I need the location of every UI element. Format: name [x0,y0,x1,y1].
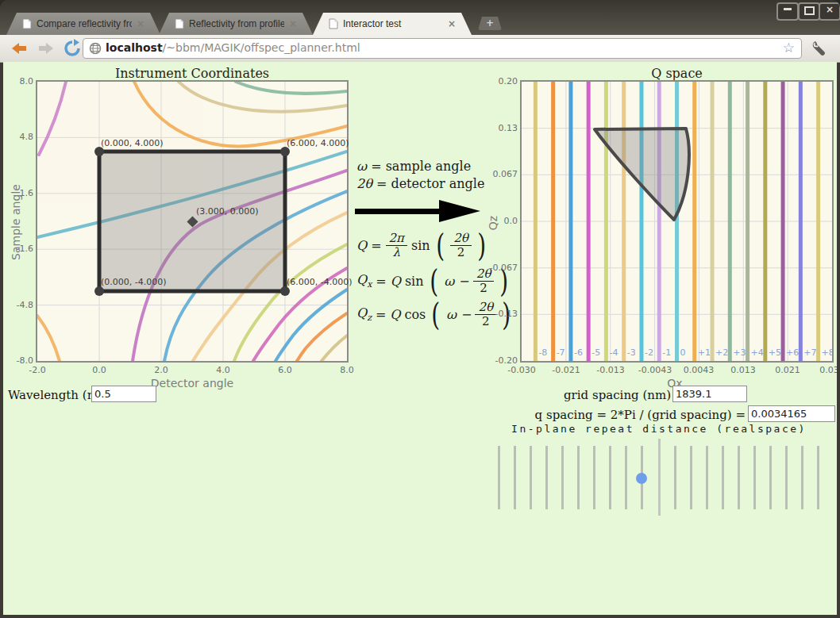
y-tick: -0.13 [482,309,518,319]
titlebar: × Compare reflectivity from × Reflectivi… [0,0,840,35]
grid-order-label: -8 [538,347,547,358]
corner-annotation: (0.000, 4.000) [101,138,164,148]
grid-spacing-label: grid spacing (nm) [480,388,671,402]
slider-tick [609,446,611,509]
center-annotation: (3.000, 0.000) [196,206,259,217]
grid-order-label: +8 [822,347,832,358]
q-spacing-input[interactable] [748,405,835,422]
slider-handle[interactable] [636,473,647,484]
y-axis-label: Qz [487,175,499,271]
x-tick: 0.030 [811,365,837,375]
slider-tick [706,446,708,509]
close-icon[interactable]: × [819,2,840,21]
page-icon [22,18,32,29]
repeat-distance-slider[interactable] [491,435,837,518]
x-tick: 0.0 [83,365,115,375]
q-space-canvas: -8-7-6-5-4-3-2-10+1+2+3+4+5+6+7+8 [522,82,832,361]
slider-tick [722,446,724,509]
globe-icon [89,42,102,55]
x-tick: 0.021 [767,365,808,375]
reload-icon[interactable] [62,39,83,58]
x-tick: 0.013 [722,365,764,375]
x-tick: -2.0 [21,365,53,375]
x-tick: 2.0 [145,365,177,375]
slider-tick [625,446,627,509]
page-content: Instrument Coordinates [3,62,837,615]
y-tick: 8.0 [10,76,33,86]
maximize-icon[interactable] [798,2,820,21]
tab-interactor-test[interactable]: Interactor test × [313,13,472,35]
instrument-plot-canvas [37,82,347,361]
new-tab-button[interactable]: + [478,17,502,30]
wrench-icon[interactable] [811,40,829,57]
tab-label: Reflectivity from profile [189,18,284,29]
url-bar[interactable]: localhost/~bbm/MAGIK/offspec_planner.htm… [83,38,802,59]
slider-tick [690,446,692,509]
grid-order-label: +5 [769,347,781,358]
y-tick: 0.13 [482,123,518,133]
grid-order-label: +3 [733,347,746,358]
back-icon[interactable] [10,39,30,58]
wavelength-input[interactable] [91,386,156,402]
slider-tick [593,446,595,509]
forward-icon[interactable] [35,39,56,58]
y-tick: -4.8 [10,300,33,310]
x-tick: 6.0 [269,365,301,375]
x-tick: -0.0043 [634,365,676,375]
grid-spacing-input[interactable] [672,386,747,402]
instrument-plot-title: Instrument Coordinates [37,66,347,81]
q-space-plot-title: Q space [522,66,832,81]
page-icon [175,18,184,29]
tab-close-icon[interactable]: × [289,18,297,29]
page-icon [329,18,338,29]
x-tick: 8.0 [331,365,363,375]
repeat-distance-title: In-plane repeat distance (realspace) [480,423,837,435]
x-tick: -0.030 [501,365,542,375]
omega-definition: ω = sample angle [356,159,471,174]
q-space-plot[interactable]: -8-7-6-5-4-3-2-10+1+2+3+4+5+6+7+8 [520,80,834,363]
transform-arrow-icon [355,198,480,224]
tab-compare-reflectivity[interactable]: Compare reflectivity from × [6,13,160,35]
slider-tick [738,446,740,509]
y-tick: 4.8 [10,132,33,142]
grid-order-label: -7 [557,347,565,358]
grid-order-label: -3 [627,347,636,358]
x-tick: 4.0 [207,365,239,375]
grid-order-label: +7 [803,347,816,358]
tab-reflectivity-profile[interactable]: Reflectivity from profile × [159,13,313,35]
slider-center-tick [658,439,661,516]
grid-order-label: +1 [698,347,711,358]
grid-order-label: -1 [662,347,671,358]
tab-label: Interactor test [343,18,443,29]
toolbar: localhost/~bbm/MAGIK/offspec_planner.htm… [0,35,840,63]
slider-tick [753,446,756,509]
grid-order-label: -4 [609,347,618,358]
url-text[interactable]: localhost/~bbm/MAGIK/offspec_planner.htm… [106,41,360,54]
slider-tick [530,446,532,509]
corner-annotation: (0.000, -4.000) [101,277,167,287]
corner-handle-bottom-right[interactable] [280,286,290,296]
equation-q: Q= 2πλ sin ( 2θ2 ) [356,231,487,259]
q-spacing-label: q spacing = 2*Pi / (grid spacing) = [448,408,746,422]
tab-close-icon[interactable]: × [448,18,456,29]
x-tick: 0.0043 [678,365,719,375]
tab-close-icon[interactable]: × [137,18,144,29]
browser-window: × Compare reflectivity from × Reflectivi… [0,0,840,618]
corner-handle-bottom-left[interactable] [94,286,104,296]
instrument-plot[interactable]: (0.000, 4.000) (6.000, 4.000) (0.000, -4… [36,80,349,363]
bookmark-star-icon[interactable]: ☆ [783,40,795,56]
grid-order-label: 0 [680,347,686,358]
slider-tick [817,446,819,509]
url-host: localhost [106,41,163,54]
slider-tick [577,446,580,509]
slider-tick [561,446,564,509]
grid-order-label: +6 [786,347,799,358]
y-axis-label: Sample angle [10,175,22,270]
x-tick: -0.021 [545,365,587,375]
slider-tick [498,446,500,509]
y-tick: 0.20 [482,76,518,86]
grid-order-label: +2 [715,347,728,358]
slider-tick [514,446,516,509]
corner-annotation: (6.000, 4.000) [287,138,349,148]
minimize-icon[interactable] [776,2,799,21]
